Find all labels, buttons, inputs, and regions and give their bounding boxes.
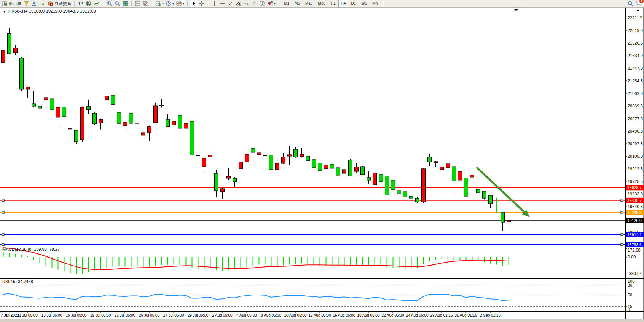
new-chart-button[interactable]: ▾ bbox=[155, 0, 165, 7]
line-selection-handle[interactable] bbox=[621, 199, 623, 202]
timeframe-button-w1[interactable]: W1 bbox=[359, 0, 370, 7]
candle bbox=[336, 168, 340, 175]
rsi-scale-label: 80 bbox=[628, 283, 632, 287]
line-chart-icon bbox=[94, 1, 100, 6]
auto-arrange-button[interactable] bbox=[134, 0, 142, 7]
candle bbox=[269, 155, 273, 170]
hline-icon bbox=[220, 1, 225, 6]
timeframe-button-m30[interactable]: M30 bbox=[315, 0, 328, 7]
indicators-button[interactable]: ▾ bbox=[175, 0, 185, 7]
candle bbox=[483, 191, 486, 198]
text-label-button[interactable]: T bbox=[258, 0, 266, 7]
toolbar-button-label: 自动交易 bbox=[54, 1, 71, 6]
style-button[interactable] bbox=[22, 0, 30, 7]
dropdown-caret-icon[interactable]: ▾ bbox=[172, 2, 174, 5]
signals-button[interactable] bbox=[38, 0, 46, 7]
candle bbox=[263, 155, 267, 156]
fibonacci-button[interactable]: F bbox=[242, 0, 250, 7]
dropdown-caret-icon[interactable]: ▾ bbox=[183, 2, 184, 5]
bar-chart-button[interactable] bbox=[77, 0, 85, 7]
timeframe-button-m5[interactable]: M5 bbox=[292, 0, 303, 7]
line-selection-handle[interactable] bbox=[2, 244, 4, 246]
text-icon: A bbox=[252, 1, 257, 6]
candle bbox=[221, 189, 225, 192]
timeframe-button-m15[interactable]: M15 bbox=[303, 0, 315, 7]
time-tick-label: 12 Aug 05:00 bbox=[309, 313, 331, 317]
time-tick-label: 4 Aug 05:00 bbox=[236, 313, 257, 317]
line-selection-handle[interactable] bbox=[2, 211, 4, 214]
candle bbox=[501, 212, 505, 222]
chart-canvas[interactable]: HK50-,H4 19108.0 19227.0 19048.5 19129.0… bbox=[0, 0, 644, 322]
new-order-button[interactable]: 新订单 bbox=[1, 0, 22, 7]
line-selection-handle[interactable] bbox=[621, 211, 623, 214]
time-tick-label: 15 Jul 05:00 bbox=[66, 313, 87, 317]
zoom-out-button[interactable] bbox=[113, 0, 121, 7]
vertical-line-button[interactable] bbox=[210, 0, 218, 7]
arrange-cascade-icon bbox=[143, 1, 149, 6]
price-tick-label: 19340.5 bbox=[628, 204, 643, 209]
candle bbox=[355, 167, 359, 171]
funnel-icon bbox=[24, 1, 29, 6]
candle bbox=[20, 58, 24, 89]
candle bbox=[50, 99, 54, 110]
cursor-button[interactable] bbox=[190, 0, 198, 7]
candle bbox=[446, 164, 450, 168]
price-tick-label: 19725.5 bbox=[628, 179, 643, 184]
toolbar-separator bbox=[187, 1, 188, 6]
timeframe-button-h1[interactable]: H1 bbox=[328, 0, 338, 7]
tile-windows-button[interactable] bbox=[121, 0, 129, 7]
price-tag-label: 19435.7 bbox=[627, 198, 642, 203]
channel-icon: E bbox=[236, 1, 241, 6]
horizontal-line-button[interactable] bbox=[218, 0, 226, 7]
line-selection-handle[interactable] bbox=[2, 234, 4, 236]
arrows-button[interactable]: ▾ bbox=[266, 0, 277, 7]
candle bbox=[330, 164, 334, 168]
timeframe-button-mn[interactable]: MN bbox=[370, 0, 381, 7]
candle bbox=[276, 163, 279, 170]
time-tick-label: 22 Aug 05:00 bbox=[382, 313, 404, 317]
line-selection-handle[interactable] bbox=[621, 244, 623, 246]
auto-trading-button[interactable]: 自动交易 bbox=[46, 0, 72, 7]
candle-chart-button[interactable] bbox=[85, 0, 93, 7]
candle bbox=[233, 178, 237, 182]
search-button[interactable] bbox=[626, 0, 634, 7]
candle bbox=[215, 173, 218, 191]
timeframe-button-d1[interactable]: D1 bbox=[348, 0, 359, 7]
candle bbox=[507, 221, 511, 222]
candle bbox=[81, 107, 84, 140]
line-selection-handle[interactable] bbox=[2, 199, 4, 202]
timeframe-button-m1[interactable]: M1 bbox=[281, 0, 292, 7]
candle bbox=[87, 107, 91, 110]
chart-title: HK50-,H4 19108.0 19227.0 19048.5 19129.0 bbox=[8, 9, 96, 13]
equidistant-channel-button[interactable]: E bbox=[234, 0, 242, 7]
dropdown-caret-icon[interactable]: ▾ bbox=[162, 2, 164, 5]
zoom-in-button[interactable] bbox=[105, 0, 113, 7]
toolbar-separator bbox=[152, 1, 153, 6]
time-tick-label: 8 Aug 05:00 bbox=[261, 313, 281, 317]
notifications-button[interactable]: 1 bbox=[634, 0, 642, 7]
periods-button[interactable]: ▾ bbox=[165, 0, 175, 7]
candle bbox=[306, 156, 310, 161]
candle bbox=[160, 105, 164, 106]
line-chart-button[interactable] bbox=[93, 0, 101, 7]
time-tick-label: 29 Jul 05:00 bbox=[188, 313, 209, 317]
dropdown-caret-icon[interactable]: ▾ bbox=[274, 2, 276, 5]
trendline-button[interactable] bbox=[226, 0, 234, 7]
text-button[interactable]: A bbox=[250, 0, 258, 7]
timeframe-button-h4[interactable]: H4 bbox=[338, 0, 349, 7]
macd-scale-label: 0.00 bbox=[628, 255, 636, 259]
label-icon: T bbox=[260, 1, 265, 6]
price-tick-label: 21062.0 bbox=[628, 91, 643, 96]
zoom-out-icon bbox=[115, 1, 120, 6]
cascade-button[interactable] bbox=[142, 0, 150, 7]
candle bbox=[397, 191, 401, 193]
candle bbox=[196, 155, 200, 156]
crosshair-button[interactable] bbox=[198, 0, 206, 7]
line-selection-handle[interactable] bbox=[621, 234, 623, 236]
candle bbox=[318, 163, 322, 171]
candle bbox=[391, 180, 395, 190]
profile-button[interactable] bbox=[30, 0, 38, 7]
macd-label: MACD(12,26,9) -159.98 -78.27 bbox=[2, 247, 60, 252]
svg-text:E: E bbox=[239, 4, 241, 6]
price-tick-label: 21826.5 bbox=[628, 41, 643, 45]
